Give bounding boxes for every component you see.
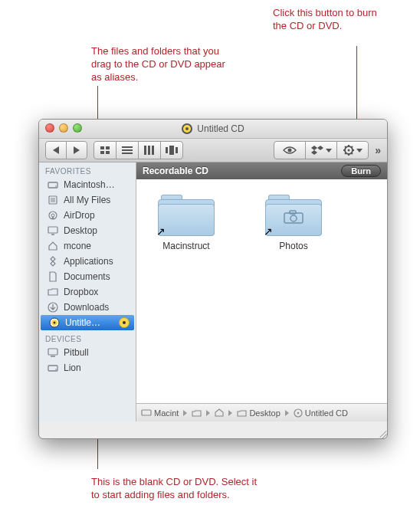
action-button[interactable] [336, 141, 369, 159]
drive-icon [141, 408, 152, 417]
svg-line-25 [351, 146, 353, 148]
forward-button[interactable] [66, 141, 87, 159]
alias-badge-icon: ↗ [156, 225, 166, 238]
alias-badge-icon: ↗ [264, 225, 273, 238]
sidebar-item-desktop[interactable]: Desktop [39, 223, 136, 238]
svg-rect-4 [122, 146, 133, 148]
path-sep-icon [206, 410, 210, 416]
folder-item-photos[interactable]: ↗ Photos [259, 193, 328, 251]
item-label: Photos [259, 241, 328, 251]
view-buttons [94, 141, 183, 159]
sidebar-item-airdrop[interactable]: AirDrop [39, 208, 136, 223]
applications-icon [47, 256, 59, 267]
sidebar-item-downloads[interactable]: Downloads [39, 300, 136, 315]
path-sep-icon [285, 410, 289, 416]
action-group [274, 141, 369, 159]
path-seg-home[interactable] [215, 408, 224, 417]
svg-point-13 [288, 149, 292, 152]
coverflow-view-button[interactable] [160, 141, 183, 159]
sidebar-item-label: Desktop [64, 225, 97, 236]
sidebar-item-label: Documents [64, 271, 110, 282]
svg-point-48 [290, 215, 297, 221]
svg-rect-1 [106, 146, 110, 149]
sidebar-item-label: Downloads [64, 302, 109, 313]
svg-rect-35 [48, 227, 57, 233]
zoom-button[interactable] [73, 123, 82, 133]
drive-icon [47, 179, 59, 190]
list-view-button[interactable] [116, 141, 139, 159]
home-icon [47, 241, 59, 251]
burn-button[interactable]: Burn [341, 165, 381, 177]
folder-item-macinstruct[interactable]: ↗ Macinstruct [152, 193, 221, 251]
svg-rect-49 [142, 410, 151, 415]
svg-point-28 [55, 185, 57, 187]
sidebar-item-label: AirDrop [64, 210, 95, 221]
path-seg-drive[interactable]: Macint [141, 408, 179, 418]
sidebar-item-label: mcone [64, 241, 91, 251]
close-button[interactable] [45, 123, 54, 133]
back-button[interactable] [45, 141, 67, 159]
minimize-button[interactable] [59, 123, 68, 133]
folder-icon [192, 409, 202, 417]
svg-rect-9 [152, 146, 154, 155]
callout-burn: Click this button to burn the CD or DVD. [273, 6, 388, 32]
svg-rect-11 [169, 146, 174, 155]
sidebar-item-macintosh-hd[interactable]: Macintosh… [39, 177, 136, 192]
sidebar-item-untitled-cd[interactable]: Untitle… [41, 315, 134, 330]
quicklook-button[interactable] [274, 141, 306, 159]
svg-rect-0 [100, 146, 104, 149]
computer-icon [47, 347, 59, 358]
burn-badge-icon[interactable] [119, 317, 130, 328]
svg-rect-12 [176, 147, 178, 153]
toolbar: » [39, 139, 387, 162]
folder-icon: ↗ [265, 193, 322, 236]
path-label: Macint [154, 408, 179, 418]
sidebar-item-lion[interactable]: Lion [39, 360, 136, 376]
coverflow-view-icon [166, 146, 178, 155]
svg-point-41 [54, 322, 56, 324]
finder-window: Untitled CD [38, 119, 388, 439]
sidebar-item-all-my-files[interactable]: All My Files [39, 192, 136, 208]
folder-icon [237, 409, 247, 417]
column-view-button[interactable] [138, 141, 161, 159]
camera-icon [284, 210, 304, 224]
sidebar-item-dropbox[interactable]: Dropbox [39, 284, 136, 300]
resize-handle[interactable] [376, 428, 386, 437]
path-seg-cd[interactable]: Untitled CD [294, 408, 348, 418]
svg-rect-42 [48, 349, 57, 355]
sidebar: FAVORITES Macintosh… All My Files AirDro… [39, 162, 136, 421]
chevron-down-icon [356, 149, 363, 152]
sidebar-item-documents[interactable]: Documents [39, 269, 136, 284]
nav-buttons [45, 141, 87, 159]
titlebar: Untitled CD [39, 120, 387, 139]
traffic-lights [45, 123, 82, 133]
path-sep-icon [183, 410, 187, 416]
all-files-icon [47, 195, 59, 205]
svg-line-26 [345, 152, 346, 154]
toolbar-overflow[interactable]: » [375, 144, 381, 156]
sidebar-item-label: Lion [64, 362, 81, 373]
eye-icon [283, 146, 297, 155]
path-label: Untitled CD [305, 408, 348, 418]
sidebar-item-label: All My Files [64, 195, 110, 205]
sidebar-item-applications[interactable]: Applications [39, 254, 136, 269]
icon-area[interactable]: ↗ Macinstruct ↗ Photos [136, 179, 387, 403]
svg-rect-47 [290, 211, 296, 214]
svg-marker-16 [311, 150, 317, 155]
burn-disc-icon [48, 317, 61, 328]
path-seg-desktop[interactable]: Desktop [237, 408, 280, 418]
sidebar-item-home[interactable]: mcone [39, 238, 136, 254]
svg-marker-15 [317, 146, 323, 150]
svg-rect-10 [166, 147, 168, 153]
path-sep-icon [228, 410, 232, 416]
icon-view-button[interactable] [94, 141, 116, 159]
pathbar: Macint Desktop [136, 403, 387, 421]
desktop-icon [47, 225, 59, 236]
svg-point-18 [347, 149, 349, 152]
svg-rect-7 [144, 146, 146, 155]
sidebar-item-pitbull[interactable]: Pitbull [39, 345, 136, 360]
path-seg-users[interactable] [192, 409, 202, 417]
svg-rect-5 [122, 149, 133, 151]
chevron-down-icon [326, 149, 332, 152]
dropbox-button[interactable] [305, 141, 337, 159]
